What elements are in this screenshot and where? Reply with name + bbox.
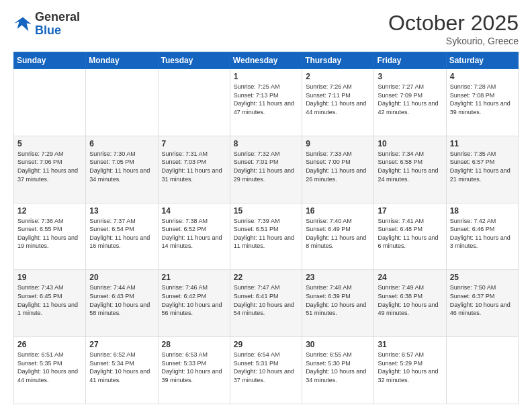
day-number: 31 <box>378 340 442 349</box>
day-number: 17 <box>378 206 442 216</box>
day-info: Sunrise: 7:26 AM Sunset: 7:11 PM Dayligh… <box>306 83 370 116</box>
day-info: Sunrise: 7:35 AM Sunset: 6:57 PM Dayligh… <box>450 150 515 183</box>
day-cell: 1Sunrise: 7:25 AM Sunset: 7:13 PM Daylig… <box>230 69 302 136</box>
day-number: 10 <box>378 139 442 148</box>
day-cell: 27Sunrise: 6:52 AM Sunset: 5:34 PM Dayli… <box>86 337 158 404</box>
day-info: Sunrise: 7:39 AM Sunset: 6:51 PM Dayligh… <box>234 217 298 250</box>
month-title: October 2025 <box>388 11 519 36</box>
day-info: Sunrise: 7:50 AM Sunset: 6:37 PM Dayligh… <box>450 283 515 317</box>
day-number: 13 <box>89 206 154 216</box>
day-number: 6 <box>89 139 154 148</box>
col-header-tuesday: Tuesday <box>158 52 230 69</box>
day-cell: 11Sunrise: 7:35 AM Sunset: 6:57 PM Dayli… <box>446 136 518 203</box>
col-header-monday: Monday <box>86 52 158 69</box>
day-number: 1 <box>234 72 298 81</box>
day-cell: 23Sunrise: 7:48 AM Sunset: 6:39 PM Dayli… <box>302 270 374 337</box>
col-header-wednesday: Wednesday <box>230 52 302 69</box>
page: General Blue October 2025 Sykourio, Gree… <box>0 0 532 411</box>
location: Sykourio, Greece <box>388 36 519 46</box>
day-cell: 7Sunrise: 7:31 AM Sunset: 7:03 PM Daylig… <box>158 136 230 203</box>
day-info: Sunrise: 7:25 AM Sunset: 7:13 PM Dayligh… <box>234 83 298 116</box>
day-info: Sunrise: 7:43 AM Sunset: 6:45 PM Dayligh… <box>17 283 82 317</box>
day-info: Sunrise: 7:40 AM Sunset: 6:49 PM Dayligh… <box>306 217 370 250</box>
day-cell: 3Sunrise: 7:27 AM Sunset: 7:09 PM Daylig… <box>374 69 446 136</box>
day-info: Sunrise: 7:33 AM Sunset: 7:00 PM Dayligh… <box>306 150 370 183</box>
day-number: 28 <box>162 340 226 349</box>
day-number: 19 <box>17 273 82 282</box>
day-info: Sunrise: 7:36 AM Sunset: 6:55 PM Dayligh… <box>17 217 82 250</box>
day-number: 22 <box>234 273 298 282</box>
day-info: Sunrise: 6:57 AM Sunset: 5:29 PM Dayligh… <box>378 351 442 384</box>
week-row-5: 26Sunrise: 6:51 AM Sunset: 5:35 PM Dayli… <box>14 337 519 404</box>
day-cell: 17Sunrise: 7:41 AM Sunset: 6:48 PM Dayli… <box>374 203 446 270</box>
day-info: Sunrise: 7:47 AM Sunset: 6:41 PM Dayligh… <box>234 283 298 317</box>
day-number: 11 <box>450 139 515 148</box>
day-info: Sunrise: 7:29 AM Sunset: 7:06 PM Dayligh… <box>17 150 82 183</box>
svg-marker-0 <box>14 17 31 31</box>
col-header-thursday: Thursday <box>302 52 374 69</box>
logo-general: General <box>35 10 80 24</box>
day-cell: 25Sunrise: 7:50 AM Sunset: 6:37 PM Dayli… <box>446 270 518 337</box>
day-cell: 8Sunrise: 7:32 AM Sunset: 7:01 PM Daylig… <box>230 136 302 203</box>
day-cell: 5Sunrise: 7:29 AM Sunset: 7:06 PM Daylig… <box>14 136 86 203</box>
day-number: 4 <box>450 72 515 81</box>
day-cell: 26Sunrise: 6:51 AM Sunset: 5:35 PM Dayli… <box>14 337 86 404</box>
col-header-sunday: Sunday <box>14 52 86 69</box>
day-cell: 22Sunrise: 7:47 AM Sunset: 6:41 PM Dayli… <box>230 270 302 337</box>
day-number: 26 <box>17 340 82 349</box>
day-info: Sunrise: 6:54 AM Sunset: 5:31 PM Dayligh… <box>234 351 298 384</box>
day-info: Sunrise: 7:41 AM Sunset: 6:48 PM Dayligh… <box>378 217 442 250</box>
day-info: Sunrise: 7:34 AM Sunset: 6:58 PM Dayligh… <box>378 150 442 183</box>
day-number: 24 <box>378 273 442 282</box>
day-number: 7 <box>162 139 226 148</box>
day-number: 29 <box>234 340 298 349</box>
day-cell: 24Sunrise: 7:49 AM Sunset: 6:38 PM Dayli… <box>374 270 446 337</box>
day-number: 30 <box>306 340 370 349</box>
day-cell: 10Sunrise: 7:34 AM Sunset: 6:58 PM Dayli… <box>374 136 446 203</box>
day-cell: 6Sunrise: 7:30 AM Sunset: 7:05 PM Daylig… <box>86 136 158 203</box>
day-number: 14 <box>162 206 226 216</box>
day-info: Sunrise: 7:31 AM Sunset: 7:03 PM Dayligh… <box>162 150 226 183</box>
day-cell <box>86 69 158 136</box>
day-info: Sunrise: 7:30 AM Sunset: 7:05 PM Dayligh… <box>89 150 154 183</box>
day-number: 12 <box>17 206 82 216</box>
day-cell: 31Sunrise: 6:57 AM Sunset: 5:29 PM Dayli… <box>374 337 446 404</box>
day-info: Sunrise: 6:53 AM Sunset: 5:33 PM Dayligh… <box>162 351 226 384</box>
day-number: 21 <box>162 273 226 282</box>
day-number: 2 <box>306 72 370 81</box>
day-number: 20 <box>89 273 154 282</box>
col-header-friday: Friday <box>374 52 446 69</box>
day-cell: 15Sunrise: 7:39 AM Sunset: 6:51 PM Dayli… <box>230 203 302 270</box>
logo-bird-icon <box>13 15 32 34</box>
day-cell: 9Sunrise: 7:33 AM Sunset: 7:00 PM Daylig… <box>302 136 374 203</box>
day-cell: 21Sunrise: 7:46 AM Sunset: 6:42 PM Dayli… <box>158 270 230 337</box>
day-cell <box>446 337 518 404</box>
day-number: 25 <box>450 273 515 282</box>
day-info: Sunrise: 7:48 AM Sunset: 6:39 PM Dayligh… <box>306 283 370 317</box>
header: General Blue October 2025 Sykourio, Gree… <box>13 11 519 46</box>
day-cell: 13Sunrise: 7:37 AM Sunset: 6:54 PM Dayli… <box>86 203 158 270</box>
day-cell: 30Sunrise: 6:55 AM Sunset: 5:30 PM Dayli… <box>302 337 374 404</box>
day-cell: 2Sunrise: 7:26 AM Sunset: 7:11 PM Daylig… <box>302 69 374 136</box>
day-info: Sunrise: 6:55 AM Sunset: 5:30 PM Dayligh… <box>306 351 370 384</box>
calendar-table: SundayMondayTuesdayWednesdayThursdayFrid… <box>13 52 519 404</box>
day-cell: 12Sunrise: 7:36 AM Sunset: 6:55 PM Dayli… <box>14 203 86 270</box>
logo-text: General Blue <box>35 11 80 38</box>
day-number: 27 <box>89 340 154 349</box>
logo: General Blue <box>13 11 80 38</box>
day-info: Sunrise: 6:52 AM Sunset: 5:34 PM Dayligh… <box>89 351 154 384</box>
day-number: 16 <box>306 206 370 216</box>
day-number: 8 <box>234 139 298 148</box>
day-cell: 19Sunrise: 7:43 AM Sunset: 6:45 PM Dayli… <box>14 270 86 337</box>
week-row-2: 5Sunrise: 7:29 AM Sunset: 7:06 PM Daylig… <box>14 136 519 203</box>
day-number: 9 <box>306 139 370 148</box>
day-number: 15 <box>234 206 298 216</box>
day-cell <box>158 69 230 136</box>
day-info: Sunrise: 6:51 AM Sunset: 5:35 PM Dayligh… <box>17 351 82 384</box>
day-info: Sunrise: 7:38 AM Sunset: 6:52 PM Dayligh… <box>162 217 226 250</box>
day-info: Sunrise: 7:37 AM Sunset: 6:54 PM Dayligh… <box>89 217 154 250</box>
col-header-saturday: Saturday <box>446 52 518 69</box>
day-number: 3 <box>378 72 442 81</box>
day-info: Sunrise: 7:44 AM Sunset: 6:43 PM Dayligh… <box>89 283 154 317</box>
day-number: 5 <box>17 139 82 148</box>
